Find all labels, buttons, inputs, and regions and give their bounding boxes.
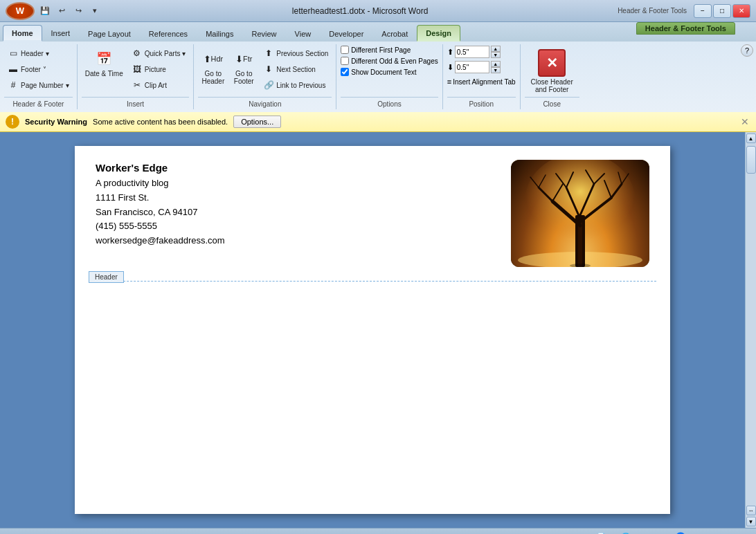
page-number-button[interactable]: # Page Number ▾ xyxy=(4,77,73,93)
bottom-pos-down[interactable]: ▼ xyxy=(491,67,501,73)
group-content: ✕ Close Headerand Footer xyxy=(525,46,579,97)
tab-view[interactable]: View xyxy=(286,25,321,42)
group-close: ✕ Close Headerand Footer Close xyxy=(521,44,584,109)
tab-mailings[interactable]: Mailings xyxy=(197,25,242,42)
ribbon-content: ▭ Header ▾ ▬ Footer ˅ # Page Number ▾ He… xyxy=(0,42,756,112)
go-to-footer-button[interactable]: ⬇Ftr Go toFooter xyxy=(229,46,258,87)
minimize-btn[interactable]: − xyxy=(694,4,712,18)
go-header-icon: ⬆Hdr xyxy=(202,48,224,70)
save-quick-btn[interactable]: 💾 xyxy=(37,4,53,18)
scroll-thumb[interactable] xyxy=(746,146,756,174)
undo-quick-btn[interactable]: ↩ xyxy=(54,4,69,18)
dropdown-quick-btn[interactable]: ▾ xyxy=(87,4,102,18)
zoom-slider[interactable] xyxy=(654,532,710,535)
picture-icon: 🖼 xyxy=(132,64,143,75)
window-title: letterheadtest1.dotx - Microsoft Word xyxy=(102,6,618,16)
bottom-position-input[interactable] xyxy=(455,61,489,73)
options-button[interactable]: Options... xyxy=(233,116,281,128)
bottom-position-row: ⬇ ▲ ▼ xyxy=(447,61,516,73)
svg-rect-3 xyxy=(578,222,582,267)
nav-col3: ⬆ Previous Section ⬇ Next Section 🔗 Link… xyxy=(260,46,332,93)
tab-acrobat[interactable]: Acrobat xyxy=(372,25,417,42)
tab-developer[interactable]: Developer xyxy=(320,25,372,42)
security-title: Security Warning xyxy=(25,118,87,126)
bottom-pos-spinner: ▲ ▼ xyxy=(491,61,501,73)
scroll-down-btn[interactable]: ▼ xyxy=(746,517,756,526)
redo-quick-btn[interactable]: ↪ xyxy=(71,4,86,18)
group-insert: 📅 Date & Time ⚙ Quick Parts ▾ 🖼 Picture … xyxy=(78,44,195,109)
go-to-header-button[interactable]: ⬆Hdr Go toHeader xyxy=(198,46,228,87)
close-hf-button[interactable]: ✕ Close Headerand Footer xyxy=(525,46,579,97)
bottom-pos-icon: ⬇ xyxy=(447,63,453,72)
insert-alignment-row: ≡ Insert Alignment Tab xyxy=(447,77,516,86)
group-content: 📅 Date & Time ⚙ Quick Parts ▾ 🖼 Picture … xyxy=(82,46,190,97)
body-section xyxy=(75,282,670,475)
prev-section-icon: ⬆ xyxy=(263,48,274,59)
top-pos-spinner: ▲ ▼ xyxy=(491,46,501,58)
status-right: 📄 ⊞ 🌐 ≡ ▤ 100% − + xyxy=(597,532,750,535)
main-layout: Worker's Edge A productivity blog 1111 F… xyxy=(0,132,756,528)
tab-insert[interactable]: Insert xyxy=(42,25,80,42)
group-insert-label: Insert xyxy=(82,97,190,108)
show-doc-text-option[interactable]: Show Document Text xyxy=(341,68,438,76)
next-section-button[interactable]: ⬇ Next Section xyxy=(260,62,332,77)
security-close-button[interactable]: ✕ xyxy=(739,116,750,127)
diff-odd-even-checkbox[interactable] xyxy=(341,57,349,65)
date-time-button[interactable]: 📅 Date & Time xyxy=(82,46,127,80)
bottom-pos-up[interactable]: ▲ xyxy=(491,61,501,67)
top-pos-down[interactable]: ▼ xyxy=(491,52,501,58)
tagline: A productivity blog xyxy=(96,176,225,191)
security-icon: ! xyxy=(6,115,19,129)
close-btn[interactable]: ✕ xyxy=(732,4,750,18)
scroll-right-btn[interactable]: ↔ xyxy=(746,506,756,515)
group-nav-label: Navigation xyxy=(198,97,332,108)
quick-parts-icon: ⚙ xyxy=(132,48,143,59)
prev-section-button[interactable]: ⬆ Previous Section xyxy=(260,46,332,61)
help-button[interactable]: ? xyxy=(741,44,753,57)
date-time-icon: 📅 xyxy=(93,48,115,70)
group-options-label: Options xyxy=(341,97,438,108)
link-prev-button[interactable]: 🔗 Link to Previous xyxy=(260,77,332,93)
group-position: ⬆ ▲ ▼ ⬇ ▲ ▼ ≡ Insert xyxy=(443,44,521,109)
show-doc-text-checkbox[interactable] xyxy=(341,68,349,76)
nav-col2: ⬇Ftr Go toFooter xyxy=(229,46,258,87)
city: San Francisco, CA 94107 xyxy=(96,205,225,220)
phone: (415) 555-5555 xyxy=(96,219,225,234)
diff-odd-even-option[interactable]: Different Odd & Even Pages xyxy=(341,57,438,65)
top-pos-up[interactable]: ▲ xyxy=(491,46,501,52)
insert-col1: 📅 Date & Time xyxy=(82,46,127,80)
picture-button[interactable]: 🖼 Picture xyxy=(128,62,190,77)
group-content: ⬆Hdr Go toHeader ⬇Ftr Go toFooter ⬆ Prev… xyxy=(198,46,332,97)
group-content: ⬆ ▲ ▼ ⬇ ▲ ▼ ≡ Insert xyxy=(447,46,516,97)
hf-tools-title: Header & Footer Tools xyxy=(618,7,687,15)
go-footer-icon: ⬇Ftr xyxy=(233,48,255,70)
top-position-input[interactable] xyxy=(455,46,489,58)
title-bar: W 💾 ↩ ↪ ▾ letterheadtest1.dotx - Microso… xyxy=(0,0,756,22)
security-bar: ! Security Warning Some active content h… xyxy=(0,112,756,132)
tab-references[interactable]: References xyxy=(140,25,197,42)
tab-design[interactable]: Design xyxy=(417,25,460,42)
tab-home[interactable]: Home xyxy=(3,25,42,42)
doc-scroll-area: Worker's Edge A productivity blog 1111 F… xyxy=(0,132,745,528)
insert-col2: ⚙ Quick Parts ▾ 🖼 Picture ✂ Clip Art xyxy=(128,46,190,93)
clip-art-icon: ✂ xyxy=(132,80,143,91)
diff-first-checkbox[interactable] xyxy=(341,46,349,54)
header-divider: Header xyxy=(89,281,656,282)
tab-review[interactable]: Review xyxy=(242,25,285,42)
clip-art-button[interactable]: ✂ Clip Art xyxy=(128,77,190,93)
email: workersedge@fakeaddress.com xyxy=(96,234,225,248)
header-button[interactable]: ▭ Header ▾ xyxy=(4,46,73,61)
tab-page-layout[interactable]: Page Layout xyxy=(79,25,140,42)
office-button[interactable]: W xyxy=(6,2,35,20)
quick-parts-button[interactable]: ⚙ Quick Parts ▾ xyxy=(128,46,190,61)
restore-btn[interactable]: □ xyxy=(713,4,731,18)
scroll-up-btn[interactable]: ▲ xyxy=(746,134,756,143)
header-label: Header xyxy=(89,271,124,283)
footer-icon: ▬ xyxy=(8,64,19,75)
footer-button[interactable]: ▬ Footer ˅ xyxy=(4,62,73,77)
insert-align-label: Insert Alignment Tab xyxy=(453,78,515,86)
group-header-footer: ▭ Header ▾ ▬ Footer ˅ # Page Number ▾ He… xyxy=(0,44,78,109)
header-section: Worker's Edge A productivity blog 1111 F… xyxy=(75,146,670,281)
diff-first-option[interactable]: Different First Page xyxy=(341,46,438,54)
align-icon: ≡ xyxy=(447,77,451,86)
